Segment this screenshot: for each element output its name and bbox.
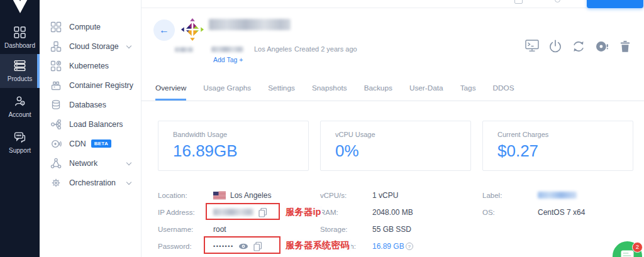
storage-row: Storage: 55 GB SSD (320, 221, 477, 238)
vcpu-label: vCPU/s: (320, 192, 372, 199)
console-button[interactable] (525, 39, 540, 54)
tab-backups[interactable]: Backups (364, 84, 392, 101)
sidebar-item-support[interactable]: Support (0, 128, 40, 158)
sidebar-item-label: Support (9, 147, 31, 154)
sidebar-item-products[interactable]: Products (0, 54, 40, 88)
sidenav-item-label: Compute (69, 23, 101, 31)
compute-icon (50, 21, 62, 33)
deploy-button[interactable] (587, 0, 643, 8)
iso-button[interactable] (594, 39, 609, 54)
account-icon (14, 96, 26, 107)
reinstall-icon (572, 40, 586, 53)
tab-settings[interactable]: Settings (268, 84, 295, 101)
password-annotation-text: 服务器系统密码 (284, 239, 351, 251)
vultr-instance-page: Dashboard Products Account Su (0, 0, 644, 257)
topbar-servers-icon[interactable] (514, 0, 523, 4)
us-flag-icon (213, 192, 226, 199)
tab-usage-graphs[interactable]: Usage Graphs (203, 84, 251, 101)
server-location: Los Angeles (254, 45, 292, 53)
sidenav-item-label: CDN (69, 139, 86, 148)
card-label: Bandwidth Usage (173, 131, 294, 138)
sidebar-item-label: Products (8, 75, 32, 82)
redacted-meta (175, 47, 193, 52)
sidenav-item-label: Kubernetes (69, 62, 109, 70)
sidenav-item-label: Cloud Storage (69, 42, 119, 51)
card-value: 0% (335, 141, 456, 161)
location-label: Location: (158, 192, 213, 199)
location-value: Los Angeles (230, 191, 271, 200)
ip-label: IP Address: (158, 209, 213, 216)
centos-logo-icon (180, 18, 204, 41)
sidenav-item-cloud-storage[interactable]: Cloud Storage (40, 36, 141, 56)
cdn-beta-badge: BETA (91, 139, 111, 148)
products-icon (14, 60, 26, 72)
vultr-logo-icon (9, 0, 31, 13)
topbar (142, 0, 644, 8)
bandwidth-value[interactable]: 16.89 GB (372, 242, 404, 251)
reinstall-button[interactable] (571, 39, 586, 54)
ram-label: RAM: (320, 209, 372, 216)
sidenav-item-load-balancers[interactable]: Load Balancers BETA (40, 114, 141, 134)
sidenav-item-label: Databases (69, 101, 106, 109)
support-icon (14, 131, 26, 143)
redacted-label-value (538, 192, 577, 199)
delete-button[interactable] (618, 39, 633, 54)
sidebar-item-label: Dashboard (4, 42, 35, 49)
sidenav-item-databases[interactable]: Databases (40, 95, 141, 114)
sidebar-item-account[interactable]: Account (0, 92, 40, 122)
tab-tags[interactable]: Tags (460, 84, 476, 101)
sidenav-item-label: Load Balancers (69, 120, 123, 129)
storage-label: Storage: (320, 226, 372, 233)
tab-user-data[interactable]: User-Data (409, 84, 443, 101)
ip-annotation-box (206, 203, 280, 220)
network-icon (50, 158, 62, 169)
server-actions (525, 39, 633, 54)
sidebar-item-dashboard[interactable]: Dashboard (0, 23, 40, 53)
sidenav-item-label: Container Registry (69, 81, 133, 90)
sidenav-item-network[interactable]: Network (40, 153, 141, 173)
add-tag-link[interactable]: Add Tag + (213, 56, 243, 63)
sidebar-item-label: Account (8, 111, 31, 118)
location-row: Location: Los Angeles (158, 187, 315, 204)
power-button[interactable] (548, 39, 563, 54)
sidenav-item-kubernetes[interactable]: Kubernetes (40, 56, 141, 75)
storage-value: 55 GB SSD (372, 225, 411, 234)
back-button[interactable]: ← (153, 19, 175, 41)
dashboard-icon (14, 26, 26, 38)
sidenav-item-label: Network (69, 159, 97, 168)
bandwidth-usage-card: Bandwidth Usage 16.89GB (158, 121, 309, 171)
power-icon (548, 40, 562, 53)
sidenav-item-compute[interactable]: Compute (40, 17, 141, 36)
topbar-help-icon[interactable] (555, 0, 560, 3)
card-label: vCPU Usage (335, 131, 456, 138)
username-label: Username: (158, 226, 213, 233)
tab-ddos[interactable]: DDOS (493, 84, 514, 101)
ip-annotation-text: 服务器ip (284, 206, 322, 218)
sidenav-item-cdn[interactable]: CDN BETA (40, 134, 141, 153)
primary-sidebar: Dashboard Products Account Su (0, 0, 40, 257)
label-label: Label: (482, 192, 538, 199)
username-value: root (213, 225, 226, 234)
card-label: Current Charges (497, 131, 618, 138)
iso-icon (595, 40, 609, 53)
load-balancers-icon (50, 119, 62, 130)
vcpu-row: vCPU/s: 1 vCPU (320, 187, 477, 204)
tab-snapshots[interactable]: Snapshots (312, 84, 347, 101)
password-annotation-box (204, 236, 280, 254)
username-row: Username: root (158, 221, 315, 238)
tab-overview[interactable]: Overview (155, 84, 186, 101)
trash-icon (618, 40, 632, 53)
chat-icon (621, 250, 634, 257)
ram-row: RAM: 2048.00 MB (320, 204, 477, 221)
card-value: $0.27 (497, 141, 618, 161)
cloud-storage-icon (50, 41, 62, 52)
server-created: Created 2 years ago (294, 45, 357, 53)
container-registry-icon (50, 80, 62, 91)
sidenav-item-container-registry[interactable]: Container Registry (40, 75, 141, 95)
current-charges-card: Current Charges $0.27 (482, 121, 633, 171)
redacted-plan (211, 46, 243, 52)
bandwidth-help-icon[interactable]: ? (406, 243, 413, 250)
stat-cards: Bandwidth Usage 16.89GB vCPU Usage 0% Cu… (158, 121, 633, 171)
os-label: OS: (482, 209, 538, 216)
sidenav-item-orchestration[interactable]: Orchestration (40, 173, 141, 192)
